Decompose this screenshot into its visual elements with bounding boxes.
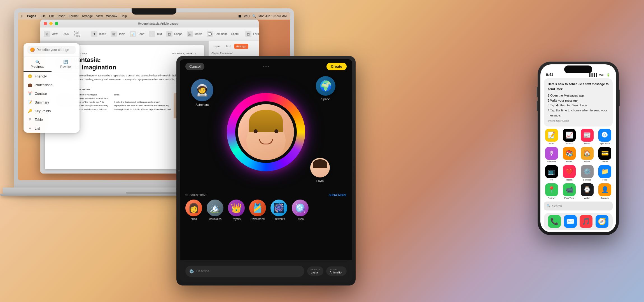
show-more-button[interactable]: SHOW MORE [329,194,347,197]
wt-item-table[interactable]: ⊞ Table [24,115,80,124]
iphone-search-bar[interactable]: 🔍 Search [544,202,613,210]
text-icon[interactable]: T [149,31,155,37]
suggestion-royalty[interactable]: 👑 Royalty [228,200,245,221]
mountains-emoji: 🏔️ [207,200,223,216]
ipad-create-button[interactable]: Create [326,63,347,70]
toolbar-media[interactable]: 🖼 Media [187,31,202,37]
dock-safari[interactable]: 🧭 [596,215,608,228]
space-emoji: 🌍 [316,76,335,96]
dock-mail[interactable]: ✉️ [564,215,577,228]
comment-icon[interactable]: 💬 [207,31,213,37]
table-icon[interactable]: ⊞ [111,31,117,37]
menu-arrange[interactable]: Arrange [82,14,93,18]
tab-proofread[interactable]: 🔍 Proofread [24,57,52,72]
menu-help[interactable]: Help [120,14,127,18]
tab-text[interactable]: Text [223,44,233,49]
dock-phone[interactable]: 📞 [548,215,561,228]
media-icon[interactable]: 🖼 [187,31,193,37]
app-news[interactable]: 📰 News [579,129,595,145]
app-podcasts[interactable]: 🎙 Podcasts [544,147,559,163]
addpage-label[interactable]: Add Page [74,31,80,37]
volume-down-button[interactable] [537,101,538,111]
toolbar-insert[interactable]: ⬆ Insert [91,31,106,37]
app-appstore[interactable]: 🅐 App Store [597,129,613,145]
menu-file[interactable]: File [41,14,46,18]
iphone-body: 9:41 ▌▌▌▌ WiFi 🔋 Here's how to schedule … [538,62,619,235]
wt-item-concise[interactable]: ✂️ Concise [24,89,80,98]
genmoji-space[interactable]: 🌍 Space [316,76,335,101]
menubar-right: ▮▮ WiFi 🔍 Mon Jun 10 9:41 AM [238,14,287,18]
wt-item-keypoints[interactable]: 🔑 Key Points [24,107,80,115]
menu-format[interactable]: Format [69,14,78,18]
shape-icon[interactable]: ◻ [166,31,172,37]
status-icons: ▌▌▌▌ WiFi 🔋 [589,73,610,77]
layla-face [310,158,330,177]
keypoints-icon: 🔑 [27,109,32,113]
toolbar-text[interactable]: T Text [149,31,162,37]
toolbar-chart[interactable]: 📊 Chart [130,31,144,37]
fullscreen-button[interactable] [55,22,58,25]
wt-item-friendly[interactable]: 😊 Friendly [24,72,80,81]
view-label[interactable]: View [52,32,58,36]
genmoji-astronaut[interactable]: 🧑‍🚀 Astronaut [191,79,213,106]
person-label: PERSON [311,268,320,271]
suggestion-disco[interactable]: 🪩 Disco [292,200,309,221]
person-pill[interactable]: PERSON Layla [307,266,323,276]
app-contacts[interactable]: 👤 Contacts [597,183,613,199]
app-home[interactable]: 🏠 Home [579,147,595,163]
menu-window[interactable]: Window [106,14,117,18]
apple-logo[interactable]:  [21,14,23,18]
ipad-describe-input[interactable]: ⚙️ Describe [185,266,304,277]
list-icon: ≡ [27,126,32,130]
toolbar-format[interactable]: ◻ Format [245,31,259,37]
menu-view[interactable]: View [96,14,103,18]
menu-pages[interactable]: Pages [27,14,36,18]
wt-item-summary[interactable]: 📝 Summary [24,98,80,107]
app-health[interactable]: ❤️ Health [562,165,577,181]
app-books[interactable]: 📚 Books [562,147,577,163]
genmoji-main-ring[interactable] [227,93,305,171]
suggestion-mountains[interactable]: 🏔️ Mountains [207,200,223,221]
suggestion-nikki[interactable]: 👩 Nikki [185,200,202,221]
volume-up-button[interactable] [537,87,538,97]
view-icon[interactable]: ⊞ [44,31,50,37]
disco-emoji: 🪩 [292,200,309,216]
genmoji-layla[interactable]: Layla [310,158,330,182]
ipad-cancel-button[interactable]: Cancel [185,63,204,70]
insert-icon[interactable]: ⬆ [91,31,97,37]
toolbar-table[interactable]: ⊞ Table [111,31,125,37]
toolbar-comment[interactable]: 💬 Comment [207,31,227,37]
close-button[interactable] [44,22,47,25]
app-files[interactable]: 📁 Files [597,165,613,181]
app-tv[interactable]: 📺 TV [544,165,559,181]
side-button[interactable] [619,90,620,106]
app-facetime[interactable]: 📹 FaceTime [562,183,577,199]
home-icon: 🏠 [581,147,594,160]
chart-icon[interactable]: 📊 [130,31,136,37]
royalty-label: Royalty [232,217,241,221]
suggestion-sweatband[interactable]: 🎽 Sweatband [249,200,266,221]
tab-rewrite[interactable]: 🔄 Rewrite [52,57,80,72]
wt-item-professional[interactable]: 💼 Professional [24,81,80,89]
style-pill[interactable]: STYLE Animation [326,266,347,276]
app-settings[interactable]: ⚙️ Settings [579,165,595,181]
suggestion-fireworks[interactable]: 🎆 Fireworks [270,200,287,221]
app-stocks[interactable]: 📈 Stocks [562,129,577,145]
wt-describe-row[interactable]: Describe your change [27,46,76,54]
zoom-label[interactable]: 135% [62,32,69,36]
menu-edit[interactable]: Edit [49,14,54,18]
app-watch[interactable]: ⌚ Watch [579,183,595,199]
tab-arrange[interactable]: Arrange [234,44,249,49]
menu-insert[interactable]: Insert [58,14,66,18]
app-notes[interactable]: 📝 Notes [544,129,559,145]
toolbar-shape[interactable]: ◻ Shape [166,31,182,37]
wt-item-list[interactable]: ≡ List [24,124,80,133]
app-findmy[interactable]: 📍 Find My [544,183,559,199]
tab-style[interactable]: Style [211,44,222,49]
minimize-button[interactable] [49,22,53,25]
app-wallet[interactable]: 💳 Wallet [597,147,613,163]
toolbar-share[interactable]: Share [231,32,239,36]
dock-music[interactable]: 🎵 [580,215,592,228]
search-menubar-icon[interactable]: 🔍 [252,14,256,18]
format-icon[interactable]: ◻ [245,31,251,37]
